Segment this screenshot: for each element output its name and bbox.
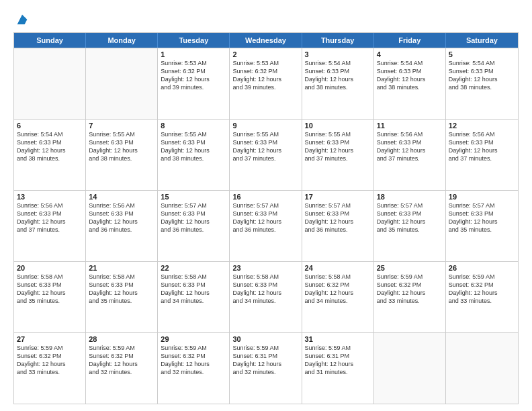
cell-info-line: Sunset: 6:32 PM bbox=[377, 281, 443, 289]
cell-info-line: Sunset: 6:32 PM bbox=[449, 281, 515, 289]
cell-info-line: Sunrise: 5:57 AM bbox=[305, 201, 371, 210]
cell-info-line: Sunrise: 5:57 AM bbox=[449, 201, 515, 210]
cell-info-line: Daylight: 12 hours bbox=[17, 146, 83, 154]
cell-info-line: and 35 minutes. bbox=[89, 297, 154, 305]
cell-info-line: Sunrise: 5:54 AM bbox=[449, 59, 515, 67]
cell-info-line: Daylight: 12 hours bbox=[305, 218, 371, 226]
calendar-cell-20: 20Sunrise: 5:58 AMSunset: 6:33 PMDayligh… bbox=[14, 262, 86, 332]
cell-info-line: and 34 minutes. bbox=[305, 297, 371, 305]
day-number: 26 bbox=[449, 264, 515, 272]
cell-info-line: Sunset: 6:33 PM bbox=[449, 67, 515, 75]
cell-info-line: Sunrise: 5:59 AM bbox=[161, 344, 226, 352]
day-number: 6 bbox=[17, 122, 83, 130]
cell-info-line: Sunset: 6:33 PM bbox=[17, 138, 83, 146]
calendar-cell-empty-4-5 bbox=[374, 333, 446, 404]
cell-info-line: and 38 minutes. bbox=[305, 83, 371, 91]
cell-info-line: Sunset: 6:33 PM bbox=[377, 138, 443, 146]
cell-info-line: Sunrise: 5:58 AM bbox=[17, 273, 83, 281]
cell-info-line: Sunset: 6:32 PM bbox=[89, 352, 154, 360]
calendar-cell-21: 21Sunrise: 5:58 AMSunset: 6:33 PMDayligh… bbox=[86, 262, 158, 332]
cell-info-line: Sunset: 6:32 PM bbox=[232, 67, 298, 75]
cell-info-line: and 38 minutes. bbox=[89, 154, 154, 163]
cell-info-line: and 36 minutes. bbox=[305, 226, 371, 234]
cell-info-line: and 35 minutes. bbox=[449, 226, 515, 234]
cell-info-line: and 38 minutes. bbox=[161, 154, 226, 163]
cell-info-line: Sunrise: 5:59 AM bbox=[17, 344, 83, 352]
calendar-cell-28: 28Sunrise: 5:59 AMSunset: 6:32 PMDayligh… bbox=[86, 333, 158, 404]
cell-info-line: Sunset: 6:33 PM bbox=[89, 138, 154, 146]
cell-info-line: Daylight: 12 hours bbox=[232, 360, 298, 368]
day-number: 7 bbox=[89, 122, 154, 130]
calendar-cell-empty-0-0 bbox=[14, 48, 86, 119]
cell-info-line: Sunrise: 5:59 AM bbox=[377, 273, 443, 281]
calendar-cell-31: 31Sunrise: 5:59 AMSunset: 6:31 PMDayligh… bbox=[302, 333, 374, 404]
cell-info-line: Daylight: 12 hours bbox=[232, 289, 298, 297]
cell-info-line: Daylight: 12 hours bbox=[161, 75, 226, 83]
cell-info-line: Daylight: 12 hours bbox=[89, 360, 154, 368]
cell-info-line: Sunrise: 5:58 AM bbox=[89, 273, 154, 281]
calendar-row-4: 27Sunrise: 5:59 AMSunset: 6:32 PMDayligh… bbox=[14, 332, 518, 404]
calendar-cell-7: 7Sunrise: 5:55 AMSunset: 6:33 PMDaylight… bbox=[86, 120, 158, 190]
day-number: 3 bbox=[305, 50, 371, 58]
cell-info-line: Sunset: 6:32 PM bbox=[161, 352, 226, 360]
cell-info-line: and 39 minutes. bbox=[232, 83, 298, 91]
cell-info-line: Sunset: 6:33 PM bbox=[17, 210, 83, 218]
weekday-header-saturday: Saturday bbox=[446, 33, 518, 48]
cell-info-line: Sunrise: 5:56 AM bbox=[449, 130, 515, 138]
cell-info-line: Daylight: 12 hours bbox=[449, 75, 515, 83]
day-number: 11 bbox=[377, 122, 443, 130]
day-number: 18 bbox=[377, 193, 443, 201]
cell-info-line: Sunrise: 5:55 AM bbox=[305, 130, 371, 138]
calendar-cell-29: 29Sunrise: 5:59 AMSunset: 6:32 PMDayligh… bbox=[158, 333, 230, 404]
day-number: 20 bbox=[17, 264, 83, 272]
cell-info-line: Sunset: 6:33 PM bbox=[161, 138, 226, 146]
cell-info-line: Sunset: 6:33 PM bbox=[89, 281, 154, 289]
weekday-header-sunday: Sunday bbox=[14, 33, 86, 48]
day-number: 15 bbox=[161, 193, 226, 201]
cell-info-line: Sunrise: 5:59 AM bbox=[449, 273, 515, 281]
cell-info-line: and 33 minutes. bbox=[377, 297, 443, 305]
cell-info-line: Daylight: 12 hours bbox=[305, 75, 371, 83]
cell-info-line: Sunrise: 5:58 AM bbox=[161, 273, 226, 281]
cell-info-line: Sunset: 6:31 PM bbox=[232, 352, 298, 360]
cell-info-line: and 32 minutes. bbox=[232, 368, 298, 376]
cell-info-line: Sunset: 6:33 PM bbox=[17, 281, 83, 289]
day-number: 5 bbox=[449, 50, 515, 58]
cell-info-line: Daylight: 12 hours bbox=[161, 289, 226, 297]
cell-info-line: Sunset: 6:33 PM bbox=[377, 210, 443, 218]
cell-info-line: Sunset: 6:33 PM bbox=[305, 67, 371, 75]
header bbox=[13, 12, 519, 27]
weekday-header-friday: Friday bbox=[374, 33, 446, 48]
cell-info-line: Sunrise: 5:53 AM bbox=[232, 59, 298, 67]
cell-info-line: Sunrise: 5:56 AM bbox=[377, 130, 443, 138]
calendar-cell-10: 10Sunrise: 5:55 AMSunset: 6:33 PMDayligh… bbox=[302, 120, 374, 190]
cell-info-line: Sunrise: 5:58 AM bbox=[305, 273, 371, 281]
calendar-row-1: 6Sunrise: 5:54 AMSunset: 6:33 PMDaylight… bbox=[14, 119, 518, 190]
calendar-cell-2: 2Sunrise: 5:53 AMSunset: 6:32 PMDaylight… bbox=[230, 48, 302, 119]
calendar-row-3: 20Sunrise: 5:58 AMSunset: 6:33 PMDayligh… bbox=[14, 261, 518, 332]
cell-info-line: Sunset: 6:33 PM bbox=[161, 210, 226, 218]
cell-info-line: Daylight: 12 hours bbox=[89, 289, 154, 297]
weekday-header-thursday: Thursday bbox=[302, 33, 374, 48]
calendar-cell-30: 30Sunrise: 5:59 AMSunset: 6:31 PMDayligh… bbox=[230, 333, 302, 404]
calendar-cell-24: 24Sunrise: 5:58 AMSunset: 6:32 PMDayligh… bbox=[302, 262, 374, 332]
cell-info-line: Daylight: 12 hours bbox=[232, 75, 298, 83]
calendar-row-2: 13Sunrise: 5:56 AMSunset: 6:33 PMDayligh… bbox=[14, 190, 518, 261]
calendar-cell-8: 8Sunrise: 5:55 AMSunset: 6:33 PMDaylight… bbox=[158, 120, 230, 190]
cell-info-line: and 37 minutes. bbox=[17, 226, 83, 234]
cell-info-line: and 33 minutes. bbox=[449, 297, 515, 305]
calendar-cell-22: 22Sunrise: 5:58 AMSunset: 6:33 PMDayligh… bbox=[158, 262, 230, 332]
cell-info-line: and 34 minutes. bbox=[232, 297, 298, 305]
calendar-row-0: 1Sunrise: 5:53 AMSunset: 6:32 PMDaylight… bbox=[14, 48, 518, 119]
cell-info-line: Daylight: 12 hours bbox=[17, 218, 83, 226]
cell-info-line: and 36 minutes. bbox=[232, 226, 298, 234]
calendar-cell-15: 15Sunrise: 5:57 AMSunset: 6:33 PMDayligh… bbox=[158, 191, 230, 261]
cell-info-line: Sunrise: 5:59 AM bbox=[305, 344, 371, 352]
logo bbox=[13, 12, 30, 27]
cell-info-line: Daylight: 12 hours bbox=[232, 218, 298, 226]
cell-info-line: Daylight: 12 hours bbox=[305, 289, 371, 297]
cell-info-line: Daylight: 12 hours bbox=[449, 289, 515, 297]
calendar-cell-25: 25Sunrise: 5:59 AMSunset: 6:32 PMDayligh… bbox=[374, 262, 446, 332]
day-number: 23 bbox=[232, 264, 298, 272]
day-number: 25 bbox=[377, 264, 443, 272]
